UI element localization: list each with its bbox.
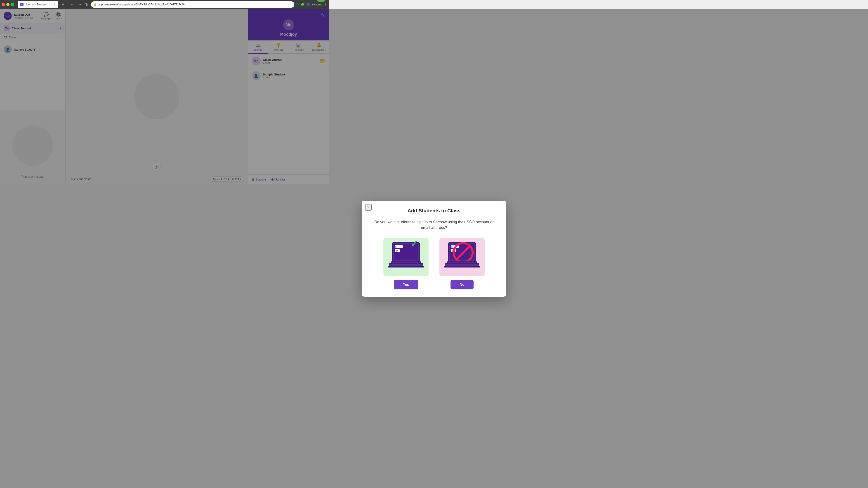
menu-icon[interactable]: ⋮ — [324, 3, 327, 6]
address-bar[interactable]: 🔒 app.seesaw.me/#/class/class.e01bf4c2-9… — [91, 1, 294, 8]
profile-icon[interactable]: 👤 — [307, 3, 310, 6]
bookmark-icon[interactable]: ☆ — [296, 3, 299, 6]
tab-favicon: S — [20, 3, 24, 6]
window-close-btn[interactable]: ✕ — [2, 3, 5, 6]
browser-actions: ☆ 🧩 👤 Incognito ⋮ — [296, 3, 327, 6]
tab-close-btn[interactable]: ✕ — [53, 3, 56, 6]
back-btn[interactable]: ← — [70, 2, 75, 7]
incognito-label: Incognito — [312, 3, 322, 6]
url-display: app.seesaw.me/#/class/class.e01bf4c2-9a2… — [98, 3, 185, 6]
reload-btn[interactable]: ↻ — [84, 2, 89, 8]
window-maximize-btn[interactable]: + — [11, 3, 14, 6]
new-tab-btn[interactable]: + — [60, 2, 66, 7]
window-minimize-btn[interactable]: − — [6, 3, 9, 6]
browser-tab[interactable]: S Journal - Seesaw ✕ — [18, 1, 58, 8]
modal-overlay[interactable]: × Add Students to Class Do you want stud… — [0, 9, 329, 184]
add-label: Add — [319, 0, 323, 0]
tab-label: Journal - Seesaw — [25, 3, 46, 6]
forward-btn[interactable]: → — [77, 2, 83, 7]
extensions-icon[interactable]: 🧩 — [301, 3, 305, 6]
browser-chrome: ✕ − + S Journal - Seesaw ✕ + ← → ↻ 🔒 app… — [0, 0, 329, 9]
